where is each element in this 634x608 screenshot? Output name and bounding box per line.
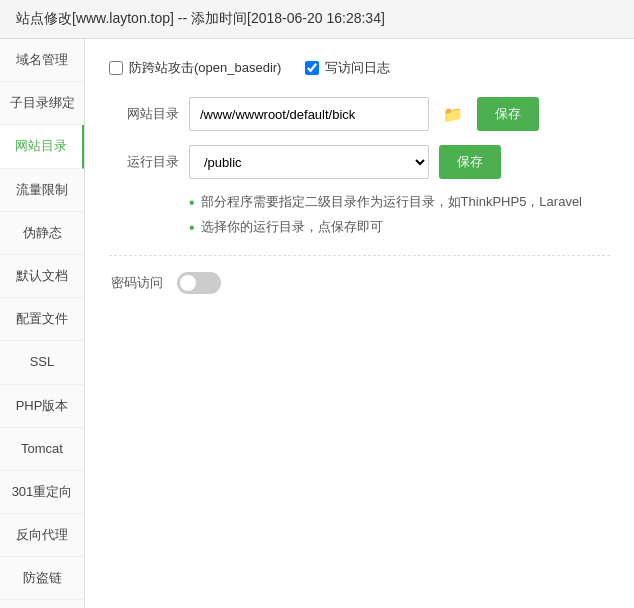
- sidebar-item-1[interactable]: 子目录绑定: [0, 82, 84, 125]
- website-dir-label: 网站目录: [109, 105, 179, 123]
- write-log-text: 写访问日志: [325, 59, 390, 77]
- main-layout: 域名管理子目录绑定网站目录流量限制伪静态默认文档配置文件SSLPHP版本Tomc…: [0, 39, 634, 608]
- folder-icon[interactable]: 📁: [439, 100, 467, 128]
- checkbox-row: 防跨站攻击(open_basedir) 写访问日志: [109, 59, 610, 77]
- run-dir-select[interactable]: /public / /app /web: [189, 145, 429, 179]
- sidebar-item-7[interactable]: SSL: [0, 341, 84, 384]
- tip-item-2: • 选择你的运行目录，点保存即可: [189, 218, 610, 237]
- run-dir-save-button[interactable]: 保存: [439, 145, 501, 179]
- sidebar-item-9[interactable]: Tomcat: [0, 428, 84, 471]
- sidebar-item-5[interactable]: 默认文档: [0, 255, 84, 298]
- sidebar-item-0[interactable]: 域名管理: [0, 39, 84, 82]
- website-dir-input[interactable]: [189, 97, 429, 131]
- sidebar-item-13[interactable]: 响应日志: [0, 600, 84, 608]
- write-log-label[interactable]: 写访问日志: [305, 59, 390, 77]
- title-text: 站点修改[www.layton.top] -- 添加时间[2018-06-20 …: [16, 10, 385, 26]
- sidebar-item-8[interactable]: PHP版本: [0, 385, 84, 428]
- tip-dot-2: •: [189, 218, 195, 237]
- sidebar-item-11[interactable]: 反向代理: [0, 514, 84, 557]
- title-bar: 站点修改[www.layton.top] -- 添加时间[2018-06-20 …: [0, 0, 634, 39]
- sidebar-item-6[interactable]: 配置文件: [0, 298, 84, 341]
- password-label: 密码访问: [111, 274, 163, 292]
- tip-text-2: 选择你的运行目录，点保存即可: [201, 218, 383, 236]
- run-dir-label: 运行目录: [109, 153, 179, 171]
- website-dir-row: 网站目录 📁 保存: [109, 97, 610, 131]
- sidebar-item-3[interactable]: 流量限制: [0, 169, 84, 212]
- write-log-checkbox[interactable]: [305, 61, 319, 75]
- website-dir-save-button[interactable]: 保存: [477, 97, 539, 131]
- tip-text-1: 部分程序需要指定二级目录作为运行目录，如ThinkPHP5，Laravel: [201, 193, 582, 211]
- toggle-track: [177, 272, 221, 294]
- sidebar: 域名管理子目录绑定网站目录流量限制伪静态默认文档配置文件SSLPHP版本Tomc…: [0, 39, 85, 608]
- tip-item-1: • 部分程序需要指定二级目录作为运行目录，如ThinkPHP5，Laravel: [189, 193, 610, 212]
- sidebar-item-4[interactable]: 伪静态: [0, 212, 84, 255]
- main-content: 防跨站攻击(open_basedir) 写访问日志 网站目录 📁 保存 运行目录…: [85, 39, 634, 608]
- password-row: 密码访问: [111, 272, 610, 294]
- divider: [109, 255, 610, 256]
- sidebar-item-12[interactable]: 防盗链: [0, 557, 84, 600]
- password-toggle[interactable]: [177, 272, 221, 294]
- sidebar-item-10[interactable]: 301重定向: [0, 471, 84, 514]
- anti-ddos-checkbox[interactable]: [109, 61, 123, 75]
- sidebar-item-2[interactable]: 网站目录: [0, 125, 84, 168]
- run-dir-row: 运行目录 /public / /app /web 保存: [109, 145, 610, 179]
- anti-ddos-text: 防跨站攻击(open_basedir): [129, 59, 281, 77]
- tips-section: • 部分程序需要指定二级目录作为运行目录，如ThinkPHP5，Laravel …: [189, 193, 610, 237]
- tip-dot-1: •: [189, 193, 195, 212]
- anti-ddos-label[interactable]: 防跨站攻击(open_basedir): [109, 59, 281, 77]
